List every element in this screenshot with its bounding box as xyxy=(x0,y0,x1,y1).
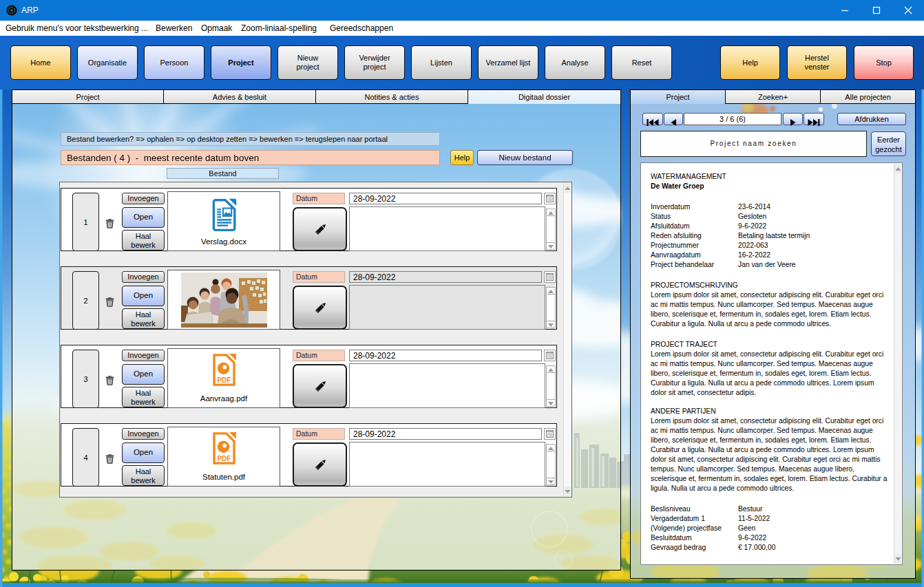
svg-text:PDF: PDF xyxy=(217,376,231,384)
svg-text:PDF: PDF xyxy=(217,455,231,462)
